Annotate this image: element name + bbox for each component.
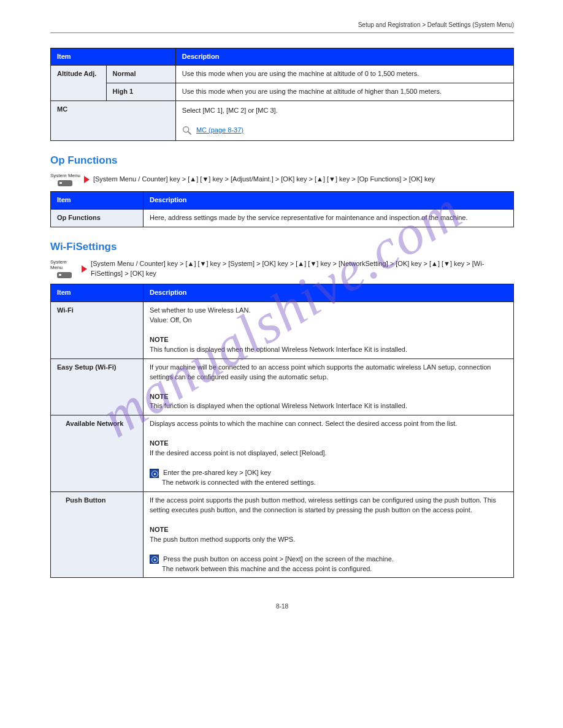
network-icon [150,469,159,478]
network-icon [150,555,159,564]
push-line1: If the access point supports the push bu… [150,496,496,514]
cell-op-desc: Here, address settings made by the servi… [144,209,514,227]
th-item-op: Item [51,191,144,209]
cell-normal: Normal [106,66,175,83]
cell-wifi-desc: Set whether to use Wireless LAN. Value: … [144,302,514,359]
arrow-icon [82,265,87,273]
cell-op: Op Functions [51,209,144,227]
cell-altitude: Altitude Adj. [51,66,107,101]
easy-line2: This function is displayed when the opti… [150,402,407,409]
note-label: NOTE [150,526,169,533]
avail-action: Enter the pre-shared key > [OK] key [163,469,271,476]
wifi-line3: This function is displayed when the opti… [150,346,407,353]
th-item: Item [51,48,176,66]
wifi-line1: Set whether to use Wireless LAN. [150,306,250,314]
avail-line3: The network is connected with the entere… [162,478,316,488]
cell-available-desc: Displays access points to which the mach… [144,415,514,492]
th-desc-op: Description [144,191,514,209]
cell-easy-desc: If your machine will be connected to an … [144,358,514,415]
note-label: NOTE [150,393,169,400]
mc-link[interactable]: MC (page 8-37) [196,126,243,134]
cell-push-desc: If the access point supports the push bu… [144,491,514,578]
system-menu-icon: System Menu [50,173,80,186]
push-action: Press the push button on access point > … [163,555,394,563]
breadcrumb-op: System Menu [System Menu / Counter] key … [50,173,514,186]
cell-available: Available Network [51,415,144,492]
system-menu-icon: System Menu [50,260,78,278]
push-line2: The push button method supports only the… [150,536,295,543]
cell-easy: Easy Setup (Wi-Fi) [51,358,144,415]
cell-high1: High 1 [106,83,175,101]
page-header: Setup and Registration > Default Setting… [50,21,514,30]
arrow-icon [84,176,90,183]
avail-line1: Displays access points to which the mach… [150,420,457,427]
table-altitude: Item Description Altitude Adj. Normal Us… [50,48,514,142]
magnifier-icon [182,126,192,135]
table-op: Item Description Op Functions Here, addr… [50,191,514,227]
note-label: NOTE [150,336,169,343]
cell-normal-desc: Use this mode when you are using the mac… [175,66,513,83]
avail-line2: If the desired access point is not displ… [150,449,327,457]
breadcrumb-op-text: [System Menu / Counter] key > [▲] [▼] ke… [93,175,435,184]
cell-push: Push Button [51,491,144,578]
cell-high1-desc: Use this mode when you are using the mac… [175,83,513,101]
th-desc: Description [175,48,513,66]
svg-line-1 [188,132,191,134]
th-item-wifi: Item [51,284,144,302]
header-rule [50,32,514,33]
easy-line1: If your machine will be connected to an … [150,363,491,381]
cell-mc: MC [51,101,176,141]
page-number: 8-18 [50,602,514,612]
section-title-op: Op Functions [50,153,514,169]
table-wifi: Item Description Wi-Fi Set whether to us… [50,284,514,578]
note-label: NOTE [150,439,169,447]
mc-text: Select [MC 1], [MC 2] or [MC 3]. [182,107,278,114]
th-desc-wifi: Description [144,284,514,302]
section-title-wifi: Wi-FiSettings [50,240,514,255]
cell-mc-desc: Select [MC 1], [MC 2] or [MC 3]. MC (pag… [175,101,513,141]
wifi-line2: Value: Off, On [150,316,192,324]
push-line3: The network between this machine and the… [162,564,372,574]
cell-wifi: Wi-Fi [51,302,144,359]
breadcrumb-wifi: System Menu [System Menu / Counter] key … [50,259,514,279]
breadcrumb-wifi-text: [System Menu / Counter] key > [▲] [▼] ke… [91,259,514,279]
